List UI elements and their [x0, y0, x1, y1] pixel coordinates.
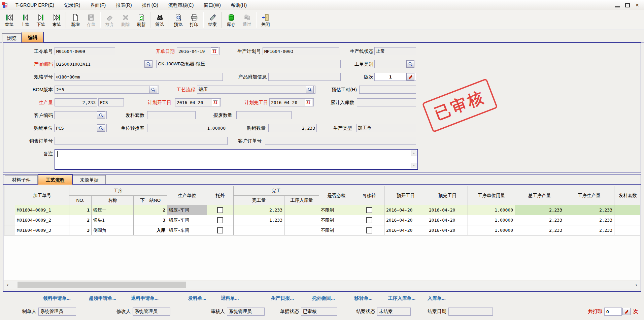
- cell-inspect[interactable]: 不限制: [319, 225, 354, 235]
- cell-next-no[interactable]: 3: [134, 215, 167, 225]
- link-issue-doc[interactable]: 发料单...: [188, 295, 206, 301]
- trade-qty-input[interactable]: 2,233: [268, 124, 317, 132]
- link-stockin-doc[interactable]: 入库单...: [428, 295, 446, 301]
- process-flow-input[interactable]: 锻压: [197, 86, 315, 94]
- order-date-input[interactable]: 2016-04-19 31: [177, 47, 220, 55]
- order-class-input[interactable]: [374, 60, 416, 68]
- cell-issue-sets[interactable]: [614, 215, 640, 225]
- next-record-button[interactable]: 下笔: [33, 10, 49, 30]
- refresh-button[interactable]: 刷新: [133, 10, 149, 30]
- trade-unit-lookup-icon[interactable]: [97, 124, 105, 132]
- cell-plan-finish[interactable]: 2016-04-20: [427, 215, 468, 225]
- cell-inspect[interactable]: 不限制: [319, 215, 354, 225]
- sales-order-input[interactable]: [55, 137, 228, 145]
- cell-total-output[interactable]: 2,233: [515, 225, 564, 235]
- prod-qty-input[interactable]: 2,233: [55, 98, 97, 106]
- remark-textarea[interactable]: [55, 149, 418, 170]
- tab-source-docs[interactable]: 来源单据: [73, 175, 106, 184]
- issue-sets-input[interactable]: [147, 111, 196, 119]
- transferable-checkbox[interactable]: [366, 217, 372, 223]
- cell-name[interactable]: 锻压一: [92, 205, 134, 215]
- order-class-lookup-icon[interactable]: [406, 60, 414, 68]
- preview-button[interactable]: 预览: [170, 10, 186, 30]
- filter-button[interactable]: 筛选: [152, 10, 168, 30]
- print-button[interactable]: 打印: [186, 10, 202, 30]
- tab-edit[interactable]: 编辑: [22, 32, 44, 42]
- total-instock-input[interactable]: [357, 98, 416, 106]
- menu-window[interactable]: 窗口(W): [199, 0, 226, 10]
- customer-code-input[interactable]: [54, 111, 107, 119]
- cell-unit-usage[interactable]: 1.00000: [468, 205, 515, 215]
- cell-no[interactable]: 3: [69, 225, 92, 235]
- order-date-calendar-icon[interactable]: 31: [211, 47, 218, 55]
- row-selector[interactable]: [4, 215, 15, 225]
- cell-order-no[interactable]: M01604-0009_3: [15, 225, 69, 235]
- link-process-stockin[interactable]: 工序入库单...: [388, 295, 415, 301]
- scrollbar-thumb[interactable]: [18, 282, 186, 288]
- product-extra-input[interactable]: [268, 73, 341, 81]
- menu-interface[interactable]: 界面(F): [85, 0, 111, 10]
- version-edit-icon[interactable]: [406, 73, 414, 81]
- menu-workflow-audit[interactable]: 流程审核(C): [163, 0, 199, 10]
- tab-process-flow[interactable]: 工艺流程: [38, 174, 73, 185]
- row-selector[interactable]: [4, 205, 15, 215]
- cell-plan-finish[interactable]: 2016-04-20: [427, 225, 468, 235]
- plan-no-input[interactable]: MP1604-0003: [263, 47, 339, 55]
- new-button[interactable]: 新增: [67, 10, 83, 30]
- remark-scroll-up-icon[interactable]: [411, 151, 416, 156]
- cell-issue-sets[interactable]: [614, 205, 640, 215]
- cell-next-no[interactable]: 2: [134, 205, 167, 215]
- outsource-checkbox[interactable]: [217, 217, 223, 223]
- scroll-left-icon[interactable]: ‹: [4, 281, 11, 289]
- save-button[interactable]: 存盘: [83, 10, 99, 30]
- last-record-button[interactable]: 末笔: [49, 10, 65, 30]
- product-name-input[interactable]: GK-100WB散热器-锻压: [156, 60, 341, 68]
- menu-operations[interactable]: 操作(O): [137, 0, 163, 10]
- cell-unit[interactable]: 锻压-车间: [167, 205, 207, 215]
- cell-unit[interactable]: 锻压-车间: [167, 225, 207, 235]
- first-record-button[interactable]: 首笔: [1, 10, 17, 30]
- version-input[interactable]: 1: [374, 73, 416, 81]
- link-over-request[interactable]: 超领申请单...: [89, 295, 116, 301]
- plan-finish-calendar-icon[interactable]: 31: [305, 99, 312, 106]
- cell-done-qty[interactable]: 2,233: [234, 205, 284, 215]
- cell-stockin-qty[interactable]: [284, 215, 319, 225]
- cell-next-no[interactable]: 入库: [134, 225, 167, 235]
- trade-unit-input[interactable]: PCS: [54, 124, 107, 132]
- link-material-request[interactable]: 领料申请单...: [43, 295, 71, 301]
- transferable-checkbox[interactable]: [366, 207, 372, 213]
- cell-issue-sets[interactable]: [614, 225, 640, 235]
- tab-browse[interactable]: 浏览: [2, 33, 22, 42]
- bom-version-lookup-icon[interactable]: [149, 86, 157, 93]
- cell-done-qty[interactable]: 1,233: [234, 215, 284, 225]
- menu-app-title[interactable]: T-GROUP ERP(E): [10, 0, 59, 10]
- discard-button[interactable]: 放弃: [102, 10, 117, 30]
- customer-code-lookup-icon[interactable]: [97, 111, 105, 119]
- prev-record-button[interactable]: 上笔: [17, 10, 33, 30]
- bom-version-input[interactable]: 2*3: [55, 86, 159, 94]
- cell-stockin-qty[interactable]: [284, 225, 319, 235]
- spec-input[interactable]: ⌀180*80mm: [55, 73, 223, 81]
- process-flow-lookup-icon[interactable]: [306, 86, 314, 93]
- cell-order-no[interactable]: M01604-0009_1: [15, 205, 69, 215]
- customer-order-input[interactable]: [265, 137, 416, 145]
- outsource-checkbox[interactable]: [217, 207, 223, 213]
- unit-rate-input[interactable]: 1.00000: [147, 124, 227, 132]
- prod-type-input[interactable]: 加工单: [356, 124, 416, 132]
- link-outsource-return[interactable]: 托外缴回...: [312, 295, 335, 301]
- cell-unit[interactable]: 锻压-车间: [167, 215, 207, 225]
- cell-inspect[interactable]: 不限制: [319, 205, 354, 215]
- print-count-edit-icon[interactable]: [622, 308, 631, 315]
- row-selector[interactable]: [4, 225, 15, 235]
- plan-start-input[interactable]: 2016-04-20 31: [175, 98, 221, 106]
- work-order-no-input[interactable]: M01604-0009: [55, 47, 115, 55]
- cell-unit-usage[interactable]: 1.00000: [468, 225, 515, 235]
- close-window-icon[interactable]: ✕: [635, 3, 640, 7]
- cell-proc-output[interactable]: 2,233: [564, 215, 614, 225]
- cell-proc-output[interactable]: 2,233: [564, 225, 614, 235]
- transferable-checkbox[interactable]: [366, 227, 372, 233]
- menu-help[interactable]: 帮助(H): [226, 0, 252, 10]
- close-case-button[interactable]: 结案: [205, 10, 221, 30]
- menu-reports[interactable]: 报表(R): [111, 0, 137, 10]
- plan-start-calendar-icon[interactable]: 31: [212, 99, 219, 106]
